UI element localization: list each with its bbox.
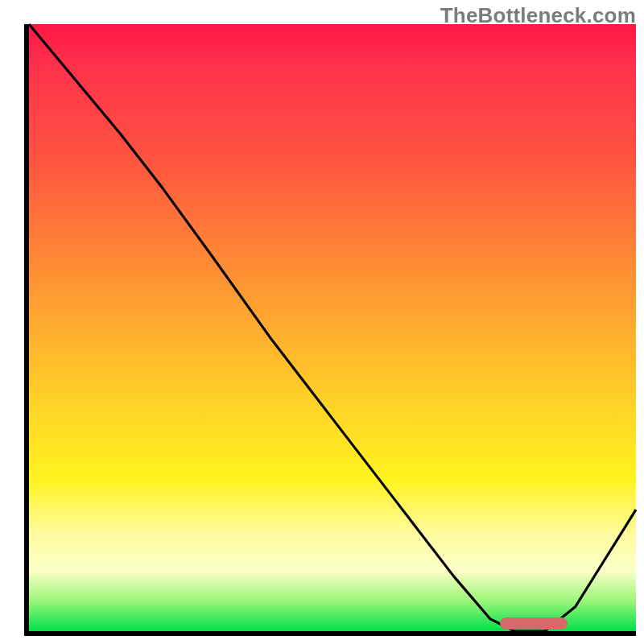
optimal-range-indicator bbox=[500, 617, 568, 630]
curve-path bbox=[29, 24, 636, 631]
bottleneck-curve bbox=[29, 24, 636, 631]
chart-stage: TheBottleneck.com bbox=[0, 0, 644, 644]
plot-frame bbox=[24, 24, 636, 636]
